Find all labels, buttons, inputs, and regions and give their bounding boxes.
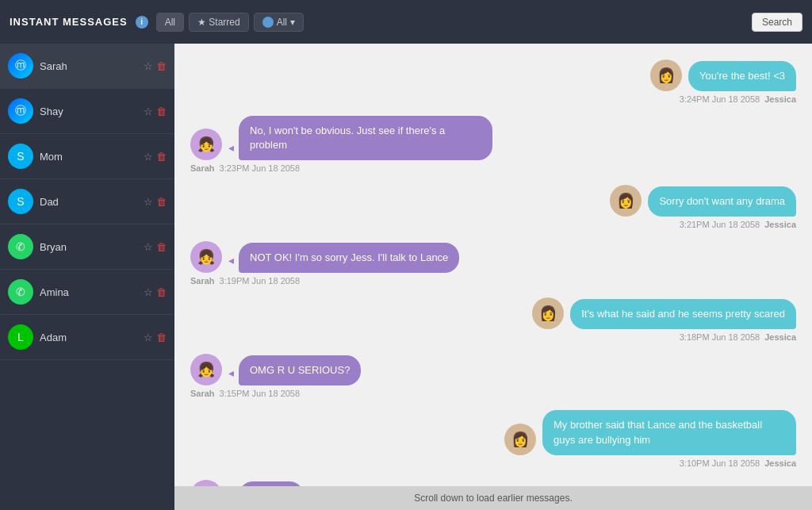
contact-item-shay[interactable]: ⓜ Shay ☆ 🗑 bbox=[0, 89, 174, 134]
msg-meta-msg4: Sarah3:19PM Jun 18 2058 bbox=[190, 276, 300, 286]
msg-time-msg3: 3:21PM Jun 18 2058 bbox=[680, 220, 760, 229]
message-group-msg4: 👧◂NOT OK! I'm so sorry Jess. I'll talk t… bbox=[190, 241, 796, 286]
msg-avatar-msg4: 👧 bbox=[190, 241, 222, 273]
contact-avatar-dad: S bbox=[8, 189, 33, 214]
contact-avatar-sarah: ⓜ bbox=[8, 53, 33, 79]
msg-avatar-msg2: 👧 bbox=[190, 128, 222, 160]
msg-time-msg1: 3:24PM Jun 18 2058 bbox=[680, 94, 760, 104]
msg-time-msg2: 3:23PM Jun 18 2058 bbox=[220, 163, 301, 173]
contact-actions-sarah: ☆ 🗑 bbox=[144, 60, 167, 72]
msg-meta-msg2: Sarah3:23PM Jun 18 2058 bbox=[190, 163, 300, 173]
delete-icon-dad[interactable]: 🗑 bbox=[156, 196, 167, 208]
msg-avatar-msg1: 👩 bbox=[650, 59, 682, 91]
msg-sender-msg3: Jessica bbox=[764, 220, 796, 229]
contact-item-adam[interactable]: L Adam ☆ 🗑 bbox=[0, 315, 174, 360]
chevron-down-icon: ▾ bbox=[290, 17, 295, 28]
msg-avatar-msg7: 👩 bbox=[504, 424, 536, 455]
contact-actions-shay: ☆ 🗑 bbox=[144, 105, 167, 117]
bubble-msg5: It's what he said and he seems pretty sc… bbox=[570, 299, 796, 329]
message-row-msg3: Sorry don't want any drama👩 bbox=[610, 185, 796, 217]
contact-item-sarah[interactable]: ⓜ Sarah ☆ 🗑 bbox=[0, 44, 174, 89]
message-row-msg1: You're the best! <3👩 bbox=[650, 59, 796, 91]
delete-icon-shay[interactable]: 🗑 bbox=[156, 105, 167, 117]
msg-time-msg5: 3:18PM Jun 18 2058 bbox=[680, 332, 760, 342]
delete-icon-bryan[interactable]: 🗑 bbox=[156, 241, 167, 253]
message-group-msg7: My brother said that Lance and the baske… bbox=[190, 410, 796, 467]
info-icon: i bbox=[136, 16, 148, 29]
message-group-msg2: 👧◂No, I won't be obvious. Just see if th… bbox=[190, 116, 796, 173]
contact-item-mom[interactable]: S Mom ☆ 🗑 bbox=[0, 134, 174, 179]
message-group-msg6: 👧◂OMG R U SERIOUS?Sarah3:15PM Jun 18 205… bbox=[190, 354, 796, 398]
message-group-msg5: It's what he said and he seems pretty sc… bbox=[190, 297, 796, 342]
message-group-msg1: You're the best! <3👩3:24PM Jun 18 2058Je… bbox=[190, 59, 796, 104]
top-bar-left: INSTANT MESSAGES i All ★ Starred All ▾ bbox=[10, 13, 304, 32]
bubble-msg2: No, I won't be obvious. Just see if ther… bbox=[239, 116, 492, 160]
filter-starred-button[interactable]: ★ Starred bbox=[189, 13, 249, 32]
contact-name-sarah: Sarah bbox=[40, 60, 137, 72]
msg-meta-msg7: 3:10PM Jun 18 2058Jessica bbox=[680, 458, 796, 468]
msg-sender-msg2: Sarah bbox=[190, 163, 215, 173]
search-button[interactable]: Search bbox=[752, 13, 802, 32]
contact-actions-mom: ☆ 🗑 bbox=[144, 151, 167, 163]
star-icon-shay[interactable]: ☆ bbox=[144, 105, 153, 117]
message-row-msg2: 👧◂No, I won't be obvious. Just see if th… bbox=[190, 116, 492, 160]
scroll-notice: Scroll down to load earlier messages. bbox=[174, 486, 812, 510]
message-row-msg6: 👧◂OMG R U SERIOUS? bbox=[190, 354, 361, 385]
msg-sender-msg4: Sarah bbox=[190, 276, 215, 286]
message-row-msg7: My brother said that Lance and the baske… bbox=[504, 410, 796, 454]
msg-sender-msg5: Jessica bbox=[764, 332, 796, 342]
star-icon-dad[interactable]: ☆ bbox=[144, 196, 153, 208]
msg-meta-msg6: Sarah3:15PM Jun 18 2058 bbox=[190, 389, 300, 398]
star-icon-sarah[interactable]: ☆ bbox=[144, 60, 153, 72]
message-row-msg8: 👧◂Anything! bbox=[190, 480, 304, 486]
contact-name-amina: Amina bbox=[40, 286, 137, 298]
msg-sender-msg1: Jessica bbox=[764, 94, 796, 104]
contact-avatar-shay: ⓜ bbox=[8, 98, 33, 124]
delete-icon-mom[interactable]: 🗑 bbox=[156, 151, 167, 163]
contact-name-adam: Adam bbox=[40, 332, 137, 343]
bubble-msg1: You're the best! <3 bbox=[688, 61, 796, 91]
msg-meta-msg1: 3:24PM Jun 18 2058Jessica bbox=[680, 94, 796, 104]
msg-time-msg4: 3:19PM Jun 18 2058 bbox=[220, 276, 301, 286]
delete-icon-sarah[interactable]: 🗑 bbox=[156, 60, 167, 72]
contact-actions-adam: ☆ 🗑 bbox=[144, 332, 167, 343]
main-layout: ⓜ Sarah ☆ 🗑 ⓜ Shay ☆ 🗑 S Mom ☆ 🗑 S Dad ☆… bbox=[0, 44, 812, 510]
bubble-msg4: NOT OK! I'm so sorry Jess. I'll talk to … bbox=[239, 243, 459, 273]
filter-bar: All ★ Starred All ▾ bbox=[156, 13, 304, 32]
star-icon-bryan[interactable]: ☆ bbox=[144, 241, 153, 253]
contact-avatar-amina: ✆ bbox=[8, 279, 33, 305]
contact-avatar-mom: S bbox=[8, 144, 33, 169]
contact-avatar-adam: L bbox=[8, 324, 33, 350]
contact-name-mom: Mom bbox=[40, 151, 137, 163]
chat-messages[interactable]: You're the best! <3👩3:24PM Jun 18 2058Je… bbox=[174, 44, 812, 486]
msg-avatar-msg8: 👧 bbox=[190, 480, 222, 486]
msg-sender-msg6: Sarah bbox=[190, 389, 215, 398]
bubble-msg7: My brother said that Lance and the baske… bbox=[542, 410, 796, 454]
delete-icon-adam[interactable]: 🗑 bbox=[156, 332, 167, 343]
msg-avatar-msg3: 👩 bbox=[610, 185, 642, 217]
contact-item-bryan[interactable]: ✆ Bryan ☆ 🗑 bbox=[0, 224, 174, 270]
bubble-msg6: OMG R U SERIOUS? bbox=[239, 355, 361, 385]
msg-meta-msg3: 3:21PM Jun 18 2058Jessica bbox=[680, 220, 796, 229]
filter-all-button[interactable]: All bbox=[156, 13, 184, 32]
contact-actions-dad: ☆ 🗑 bbox=[144, 196, 167, 208]
contacts-list: ⓜ Sarah ☆ 🗑 ⓜ Shay ☆ 🗑 S Mom ☆ 🗑 S Dad ☆… bbox=[0, 44, 174, 360]
star-icon-adam[interactable]: ☆ bbox=[144, 332, 153, 343]
msg-meta-msg5: 3:18PM Jun 18 2058Jessica bbox=[680, 332, 796, 342]
top-bar: INSTANT MESSAGES i All ★ Starred All ▾ S… bbox=[0, 0, 812, 44]
sidebar: ⓜ Sarah ☆ 🗑 ⓜ Shay ☆ 🗑 S Mom ☆ 🗑 S Dad ☆… bbox=[0, 44, 174, 510]
message-row-msg4: 👧◂NOT OK! I'm so sorry Jess. I'll talk t… bbox=[190, 241, 459, 273]
msg-sender-msg7: Jessica bbox=[764, 458, 796, 468]
contact-avatar-bryan: ✆ bbox=[8, 234, 33, 259]
bubble-msg3: Sorry don't want any drama bbox=[648, 186, 796, 217]
message-group-msg3: Sorry don't want any drama👩3:21PM Jun 18… bbox=[190, 185, 796, 229]
star-icon-amina[interactable]: ☆ bbox=[144, 286, 153, 298]
contact-item-amina[interactable]: ✆ Amina ☆ 🗑 bbox=[0, 270, 174, 315]
contact-name-dad: Dad bbox=[40, 196, 137, 208]
delete-icon-amina[interactable]: 🗑 bbox=[156, 286, 167, 298]
contact-actions-amina: ☆ 🗑 bbox=[144, 286, 167, 298]
star-icon-mom[interactable]: ☆ bbox=[144, 151, 153, 163]
contact-item-dad[interactable]: S Dad ☆ 🗑 bbox=[0, 179, 174, 224]
msg-avatar-msg6: 👧 bbox=[190, 354, 222, 385]
filter-dropdown-button[interactable]: All ▾ bbox=[254, 13, 304, 32]
